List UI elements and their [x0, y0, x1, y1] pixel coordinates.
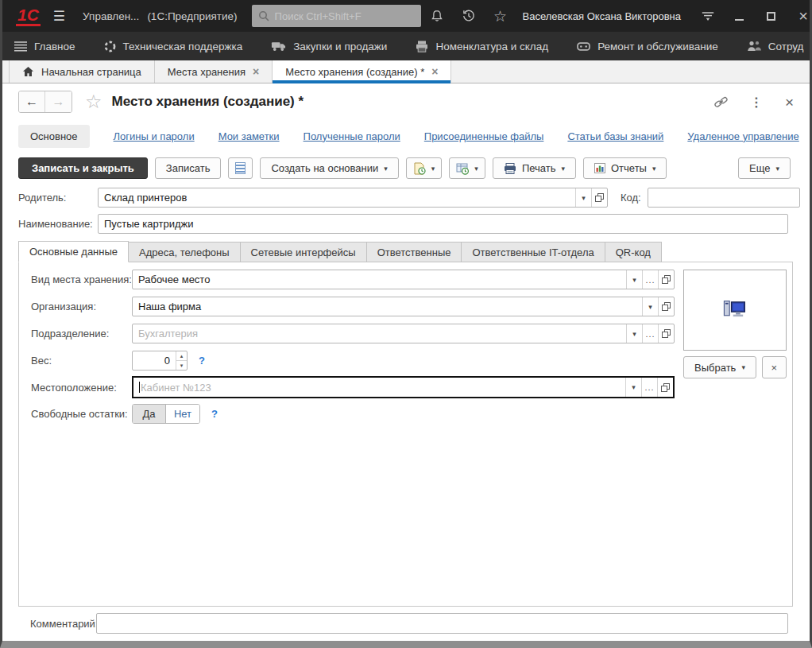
department-dropdown-button[interactable]: ▾ [626, 324, 642, 343]
notifications-bell-icon[interactable] [421, 9, 453, 23]
tab-home[interactable]: Начальная страница [9, 60, 155, 83]
weight-field: ▴ ▾ [132, 351, 188, 371]
nav-remote-control[interactable]: Удаленное управление [687, 130, 798, 142]
section-employees[interactable]: Сотруд [747, 41, 804, 52]
nav-received-passwords[interactable]: Полученные пароли [304, 130, 400, 142]
parent-open-button[interactable] [591, 188, 607, 207]
forward-button[interactable]: → [45, 91, 72, 112]
print-button[interactable]: Печать ▾ [493, 157, 576, 179]
organization-open-button[interactable] [658, 297, 674, 316]
comment-input[interactable] [96, 613, 788, 634]
storage-kind-open-button[interactable] [658, 270, 674, 289]
global-search[interactable] [252, 5, 421, 27]
weight-help-link[interactable]: ? [199, 355, 205, 367]
back-button[interactable]: ← [19, 91, 45, 112]
titlebar: 1С ☰ Управлен... (1С:Предприятие) [0, 0, 812, 32]
tasks-dropdown-button[interactable]: ▾ [406, 157, 443, 179]
department-label: Подразделение: [31, 328, 132, 340]
section-nomenclature-warehouse[interactable]: Номенклатура и склад [416, 41, 548, 52]
weight-input[interactable] [133, 351, 176, 370]
code-input[interactable] [648, 188, 799, 207]
tab-responsible[interactable]: Ответственные [366, 242, 462, 262]
menu-lines-icon [14, 41, 27, 52]
reports-button[interactable]: Отчеты ▾ [583, 157, 667, 179]
section-tech-support[interactable]: Техническая поддержка [104, 41, 243, 52]
section-repair-service[interactable]: Ремонт и обслуживание [577, 41, 718, 52]
department-open-button[interactable] [658, 324, 674, 343]
parent-input[interactable] [99, 188, 575, 207]
favorites-star-icon[interactable]: ☆ [485, 9, 516, 24]
detail-tabs: Основные данные Адреса, телефоны Сетевые… [18, 241, 662, 262]
printer-icon [416, 41, 428, 52]
create-based-on-button[interactable]: Создать на основании ▾ [260, 157, 398, 179]
form-toolbar: Записать и закрыть Записать Создать на о… [18, 157, 791, 180]
close-window-button[interactable]: × [787, 8, 812, 24]
maximize-button[interactable] [756, 12, 787, 21]
location-open-button[interactable] [657, 378, 673, 397]
free-stock-help-link[interactable]: ? [211, 408, 218, 420]
main-menu-icon[interactable]: ☰ [53, 8, 65, 25]
search-icon [258, 10, 269, 21]
clear-image-button[interactable]: × [762, 356, 787, 378]
storage-kind-input[interactable] [133, 270, 626, 289]
tab-storage-place-new[interactable]: Место хранения (создание) * × [273, 60, 451, 83]
nav-logins-passwords[interactable]: Логины и пароли [114, 130, 195, 142]
active-tab-underline [273, 80, 450, 83]
more-actions-icon[interactable]: ⋮ [750, 95, 763, 110]
storage-kind-dropdown-button[interactable]: ▾ [626, 270, 642, 289]
department-input[interactable] [133, 324, 626, 343]
organization-dropdown-button[interactable]: ▾ [642, 297, 658, 316]
get-link-icon[interactable] [714, 95, 728, 109]
save-button[interactable]: Записать [155, 157, 222, 179]
save-and-close-button[interactable]: Записать и закрыть [18, 157, 148, 179]
nav-my-notes[interactable]: Мои заметки [218, 130, 280, 142]
location-dropdown-button[interactable]: ▾ [625, 378, 641, 397]
tab-main-data[interactable]: Основные данные [18, 241, 129, 262]
tab-network-interfaces[interactable]: Сетевые интерфейсы [240, 242, 366, 262]
location-choose-button[interactable]: ... [641, 378, 657, 397]
code-label: Код: [621, 192, 641, 204]
tab-qr-code[interactable]: QR-код [605, 242, 662, 262]
department-field: ▾ ... [132, 324, 675, 343]
organization-row: Организация: ▾ [31, 297, 675, 316]
image-preview-box[interactable] [683, 270, 787, 351]
department-choose-button[interactable]: ... [642, 324, 658, 343]
connection-status-icon[interactable] [692, 10, 724, 22]
minimize-button[interactable] [724, 12, 756, 21]
nav-kb-articles[interactable]: Статьи базы знаний [567, 130, 663, 142]
tab-responsible-it[interactable]: Ответственные IT-отдела [461, 242, 604, 262]
choose-image-button[interactable]: Выбрать ▾ [683, 356, 756, 378]
image-actions: Выбрать ▾ × [683, 356, 787, 378]
favorite-star-icon[interactable]: ☆ [85, 92, 102, 111]
section-main[interactable]: Главное [14, 41, 75, 52]
document-clock-icon [413, 162, 426, 175]
current-user-name[interactable]: Васелевская Оксана Викторовна [523, 10, 681, 22]
text-cursor [139, 382, 140, 393]
tab-storage-places-list[interactable]: Места хранения × [155, 60, 273, 83]
spinner-down-icon[interactable]: ▾ [176, 361, 187, 370]
nav-main[interactable]: Основное [18, 125, 90, 148]
scheduler-dropdown-button[interactable]: ▾ [449, 157, 485, 179]
search-input[interactable] [275, 10, 415, 22]
parent-dropdown-button[interactable]: ▾ [575, 188, 591, 207]
name-input[interactable] [99, 215, 787, 233]
more-button[interactable]: Еще ▾ [738, 157, 791, 179]
free-stock-no-button[interactable]: Нет [166, 405, 199, 423]
location-input[interactable]: Кабинет №123 [133, 378, 625, 397]
close-tab-icon[interactable]: × [431, 65, 438, 78]
history-icon[interactable] [453, 9, 485, 23]
caret-down-icon: ▾ [561, 165, 565, 173]
storage-kind-choose-button[interactable]: ... [642, 270, 658, 289]
sections-ribbon: Главное Техническая поддержка Закупки и … [0, 32, 812, 60]
nav-attached-files[interactable]: Присоединенные файлы [424, 130, 544, 142]
section-purchases-sales[interactable]: Закупки и продажи [271, 41, 387, 52]
department-row: Подразделение: ▾ ... [31, 324, 675, 343]
organization-input[interactable] [133, 297, 642, 316]
spinner-up-icon[interactable]: ▴ [176, 351, 187, 361]
show-in-list-button[interactable] [228, 157, 253, 179]
organization-label: Организация: [31, 301, 132, 312]
close-form-icon[interactable]: × [785, 95, 794, 110]
tab-addresses-phones[interactable]: Адреса, телефоны [129, 242, 240, 262]
close-tab-icon[interactable]: × [253, 65, 259, 78]
free-stock-yes-button[interactable]: Да [133, 405, 166, 423]
